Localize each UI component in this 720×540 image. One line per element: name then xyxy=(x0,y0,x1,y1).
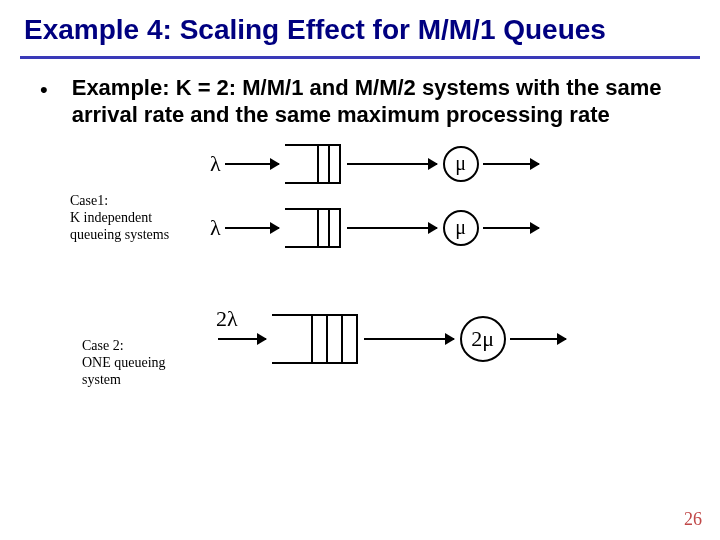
mu-symbol: μ xyxy=(455,152,466,175)
arrow-in xyxy=(225,227,279,229)
case1-queue-row-b: λ μ xyxy=(210,208,539,248)
server-circle: μ xyxy=(443,210,479,246)
arrow-mid xyxy=(364,338,454,340)
queue-buffer xyxy=(285,208,341,248)
two-lambda-symbol: 2λ xyxy=(216,306,238,332)
case1-queue-row-a: λ μ xyxy=(210,144,539,184)
mu-symbol: μ xyxy=(455,216,466,239)
bullet-marker: • xyxy=(40,75,72,128)
page-number: 26 xyxy=(684,509,702,530)
case2-caption: Case 2: ONE queueing system xyxy=(82,338,166,388)
arrow-out xyxy=(483,227,539,229)
arrow-out xyxy=(483,163,539,165)
arrow-mid xyxy=(347,227,437,229)
diagram-area: Case1: K independent queueing systems λ … xyxy=(0,138,720,438)
case2-queue-row: 2λ 2μ xyxy=(210,314,566,364)
queue-buffer-big xyxy=(272,314,358,364)
slide-title: Example 4: Scaling Effect for M/M/1 Queu… xyxy=(0,0,720,50)
arrow-out xyxy=(510,338,566,340)
bullet-item: • Example: K = 2: M/M/1 and M/M/2 system… xyxy=(0,59,720,128)
bullet-text: Example: K = 2: M/M/1 and M/M/2 systems … xyxy=(72,75,696,128)
arrow-in xyxy=(218,338,266,340)
case1-caption: Case1: K independent queueing systems xyxy=(70,193,169,243)
server-circle-big: 2μ xyxy=(460,316,506,362)
arrow-in xyxy=(225,163,279,165)
two-mu-symbol: 2μ xyxy=(471,326,494,352)
server-circle: μ xyxy=(443,146,479,182)
arrow-mid xyxy=(347,163,437,165)
lambda-symbol: λ xyxy=(210,151,221,177)
lambda-symbol: λ xyxy=(210,215,221,241)
queue-buffer xyxy=(285,144,341,184)
